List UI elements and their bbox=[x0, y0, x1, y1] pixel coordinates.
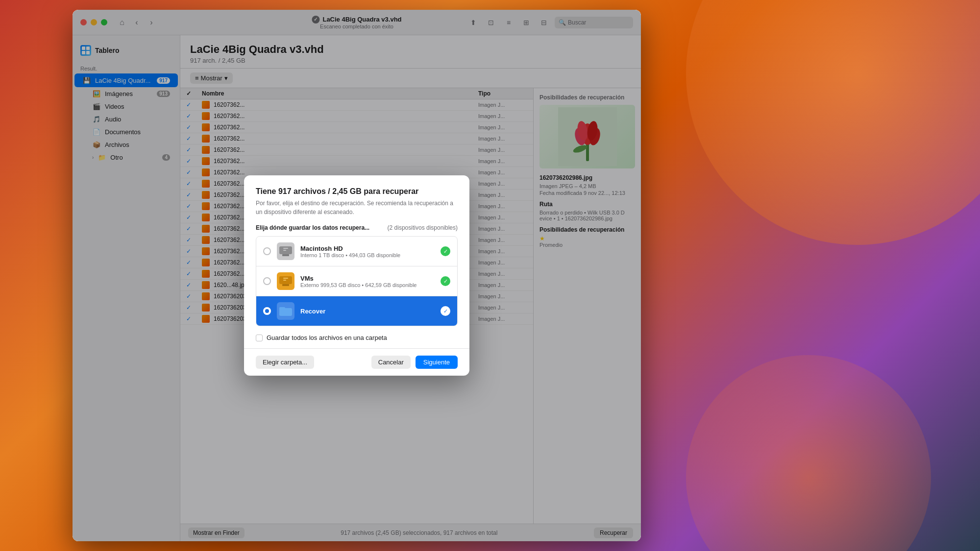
modal-footer: Elegir carpeta... Cancelar Siguiente bbox=[244, 348, 469, 376]
app-window: ⌂ ‹ › ✓ LaCie 4Big Quadra v3.vhd Escaneo… bbox=[73, 10, 641, 541]
drive-radio-recover[interactable] bbox=[263, 307, 271, 315]
choose-folder-button[interactable]: Elegir carpeta... bbox=[256, 356, 314, 369]
recover-folder-svg bbox=[278, 305, 293, 317]
vm-drive-sub: Externo 999,53 GB disco • 642,59 GB disp… bbox=[300, 282, 435, 288]
modal-body: Tiene 917 archivos / 2,45 GB para recupe… bbox=[244, 175, 469, 348]
mac-drive-sub: Interno 1 TB disco • 494,03 GB disponibl… bbox=[300, 252, 435, 258]
vm-disk-svg bbox=[278, 275, 293, 287]
save-in-folder-row: Guardar todos los archivos en una carpet… bbox=[256, 334, 458, 348]
vm-drive-icon bbox=[277, 272, 294, 290]
mac-drive-icon bbox=[277, 242, 294, 260]
recover-drive-name: Recover bbox=[300, 308, 435, 315]
svg-rect-10 bbox=[283, 248, 288, 249]
mac-drive-checkmark: ✓ bbox=[441, 246, 450, 256]
svg-rect-11 bbox=[283, 250, 286, 251]
mac-disk-svg bbox=[278, 245, 293, 257]
svg-rect-15 bbox=[283, 280, 286, 281]
drive-list: Macintosh HD Interno 1 TB disco • 494,03… bbox=[256, 236, 458, 326]
recovery-modal: Tiene 917 archivos / 2,45 GB para recupe… bbox=[244, 175, 469, 376]
vm-drive-name: VMs bbox=[300, 275, 435, 282]
svg-rect-13 bbox=[282, 284, 289, 286]
mac-drive-info: Macintosh HD Interno 1 TB disco • 494,03… bbox=[300, 245, 435, 258]
drive-item-macintosh[interactable]: Macintosh HD Interno 1 TB disco • 494,03… bbox=[256, 237, 457, 266]
mac-drive-name: Macintosh HD bbox=[300, 245, 435, 252]
modal-description: Por favor, elija el destino de recuperac… bbox=[256, 199, 458, 216]
svg-rect-17 bbox=[279, 307, 285, 310]
svg-rect-14 bbox=[283, 278, 288, 279]
next-button[interactable]: Siguiente bbox=[416, 356, 458, 369]
recover-drive-info: Recover bbox=[300, 308, 435, 315]
modal-overlay: Tiene 917 archivos / 2,45 GB para recupe… bbox=[73, 10, 641, 541]
drive-item-vms[interactable]: VMs Externo 999,53 GB disco • 642,59 GB … bbox=[256, 266, 457, 296]
drive-radio-vms[interactable] bbox=[263, 277, 271, 285]
save-in-folder-checkbox[interactable] bbox=[256, 335, 263, 341]
modal-devices-count: (2 dispositivos disponibles) bbox=[388, 224, 458, 231]
save-in-folder-label: Guardar todos los archivos en una carpet… bbox=[267, 334, 387, 341]
vm-drive-checkmark: ✓ bbox=[441, 276, 450, 286]
recover-drive-icon bbox=[277, 302, 294, 320]
drive-radio-mac[interactable] bbox=[263, 247, 271, 255]
recover-drive-checkmark: ✓ bbox=[441, 306, 450, 316]
modal-title: Tiene 917 archivos / 2,45 GB para recupe… bbox=[256, 187, 458, 196]
drive-item-recover[interactable]: Recover ✓ bbox=[256, 296, 457, 326]
cancel-button[interactable]: Cancelar bbox=[371, 356, 411, 369]
modal-section-label: Elija dónde guardar los datos recupera..… bbox=[256, 224, 458, 231]
svg-rect-9 bbox=[282, 254, 289, 256]
vm-drive-info: VMs Externo 999,53 GB disco • 642,59 GB … bbox=[300, 275, 435, 288]
